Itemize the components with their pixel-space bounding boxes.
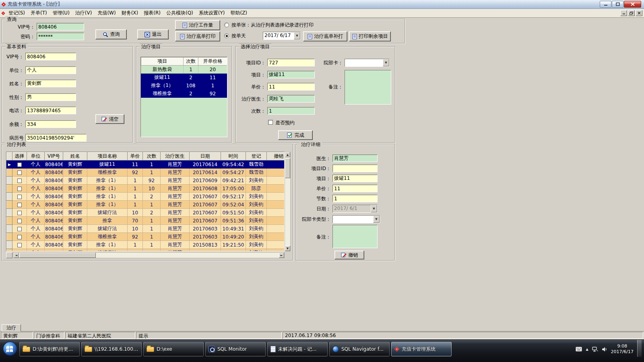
table-row[interactable]: 个人808406黄剑辉颈椎推拿921肖慧芳2017060310:49:20刘美钧 bbox=[7, 233, 285, 241]
mdi-minimize-button[interactable] bbox=[620, 10, 627, 16]
input-indicator-icon[interactable] bbox=[576, 347, 582, 352]
table-row[interactable]: 个人808406黄剑辉推拿（1）11肖慧芳2017060709:52:04刘美钧 bbox=[7, 201, 285, 209]
table-row[interactable]: 个人808406黄剑辉颈椎推拿921肖慧芳2017061409:54:27魏雪劲 bbox=[7, 169, 285, 177]
scroll-up-icon[interactable]: ▲ bbox=[285, 152, 290, 157]
menu-item[interactable]: 系统设置(Y) bbox=[196, 9, 228, 17]
vertical-scrollbar[interactable]: ▲ ▼ bbox=[285, 152, 291, 251]
medical-record-field[interactable] bbox=[25, 134, 87, 142]
balance-field[interactable] bbox=[25, 120, 76, 128]
menu-item[interactable]: 财务(X) bbox=[119, 9, 141, 17]
row-checkbox[interactable] bbox=[17, 179, 22, 183]
reserve-checkbox[interactable] bbox=[268, 120, 273, 125]
minimize-button[interactable] bbox=[600, 1, 611, 8]
count-input[interactable] bbox=[267, 107, 315, 115]
phone-field[interactable] bbox=[25, 107, 76, 114]
table-row[interactable]: 个人808406黄剑辉推拿701肖慧芳2017060709:51:36刘美钧 bbox=[7, 217, 285, 225]
row-checkbox[interactable] bbox=[17, 251, 22, 252]
mdi-close-button[interactable] bbox=[636, 10, 642, 16]
start-button[interactable] bbox=[2, 341, 18, 356]
row-checkbox[interactable] bbox=[17, 235, 22, 239]
taskbar-item[interactable]: D:\exe bbox=[143, 342, 204, 356]
search-button[interactable]: 查询 bbox=[95, 29, 127, 39]
print-remaining-button[interactable]: 打印剩余项目 bbox=[349, 31, 391, 41]
row-checkbox[interactable] bbox=[17, 162, 22, 167]
detail-price-input[interactable] bbox=[332, 185, 378, 192]
column-header[interactable]: 登记 bbox=[246, 152, 267, 160]
vip-field[interactable] bbox=[25, 53, 76, 60]
revoke-button[interactable]: 撤销 bbox=[334, 251, 364, 259]
scrollbar-thumb[interactable] bbox=[19, 253, 96, 258]
treatment-item-row[interactable]: 推拿（1）1081 bbox=[141, 82, 227, 90]
table-row[interactable]: ▶个人808406黄剑辉拔罐11111肖慧芳2017061409:54:42魏雪… bbox=[7, 160, 285, 169]
detail-date-combobox[interactable]: 2017/ 6/1 ▼ bbox=[332, 205, 378, 213]
item-id-input[interactable] bbox=[267, 59, 315, 66]
menu-item[interactable]: 充值(W) bbox=[95, 9, 118, 17]
row-checkbox[interactable] bbox=[17, 171, 22, 175]
taskbar-item[interactable]: D:\b黄剑辉\待更... bbox=[19, 342, 80, 356]
exit-button[interactable]: 退出 bbox=[137, 29, 169, 39]
query-vip-input[interactable] bbox=[37, 23, 84, 31]
column-header[interactable]: 次数 bbox=[143, 152, 161, 160]
column-header[interactable]: VIP号 bbox=[45, 152, 63, 160]
taskbar-item[interactable]: \\192.168.6.100\... bbox=[81, 342, 142, 356]
network-icon[interactable] bbox=[592, 347, 598, 352]
print-slip-button[interactable]: 治疗底单打印 bbox=[175, 31, 220, 41]
column-header[interactable]: 撤销 bbox=[267, 152, 285, 160]
finish-button[interactable]: 完成 bbox=[278, 130, 313, 140]
row-checkbox[interactable] bbox=[17, 219, 22, 223]
taskbar-item[interactable]: 充值卡管理系统 bbox=[391, 342, 452, 356]
mdi-restore-button[interactable] bbox=[628, 10, 635, 16]
tray-expand-icon[interactable]: ▲ bbox=[586, 348, 588, 351]
item-input[interactable] bbox=[267, 71, 315, 78]
menu-item[interactable]: 公共模块(Q) bbox=[163, 9, 196, 17]
menu-item[interactable]: 治疗(V) bbox=[72, 9, 95, 17]
row-checkbox[interactable] bbox=[17, 187, 22, 191]
chevron-down-icon[interactable]: ▼ bbox=[294, 32, 300, 39]
scrollbar-thumb[interactable] bbox=[285, 158, 290, 178]
scroll-left-icon[interactable]: ◄ bbox=[14, 253, 19, 258]
taskbar-item[interactable]: 未解决问题 - 记... bbox=[267, 342, 328, 356]
menu-item[interactable]: 报表(R) bbox=[141, 9, 163, 17]
clear-button[interactable]: 清空 bbox=[95, 114, 124, 124]
doctor-input[interactable] bbox=[267, 95, 315, 103]
reprint-button[interactable]: 治疗底单补打 bbox=[303, 31, 347, 41]
hospital-card-combobox[interactable]: ▼ bbox=[345, 59, 390, 67]
chevron-down-icon[interactable]: ▼ bbox=[373, 216, 380, 223]
row-checkbox[interactable] bbox=[17, 195, 22, 199]
date-combobox[interactable]: 2017/ 6/17 ▼ bbox=[263, 32, 301, 40]
by-sheet-radio[interactable] bbox=[224, 23, 229, 27]
query-password-input[interactable] bbox=[37, 33, 84, 40]
column-header[interactable]: 单价 bbox=[128, 152, 143, 160]
detail-remark-textarea[interactable] bbox=[332, 225, 378, 248]
column-header[interactable]: 姓名 bbox=[63, 152, 87, 160]
table-row[interactable]: 个人808406黄剑辉拔罐疗法101肖慧芳2017060310:49:31刘美钧 bbox=[7, 225, 285, 233]
taskbar-item[interactable]: SQL Navigator f... bbox=[329, 342, 390, 356]
row-checkbox[interactable] bbox=[17, 211, 22, 215]
detail-doctor-input[interactable] bbox=[332, 154, 378, 162]
treatment-item-row[interactable]: 拔罐11211 bbox=[141, 74, 227, 82]
horizontal-scrollbar[interactable]: ◄ ► bbox=[13, 252, 285, 258]
by-day-radio[interactable] bbox=[224, 33, 229, 38]
card-type-combobox[interactable]: ▼ bbox=[332, 215, 380, 223]
treatment-item-row[interactable]: 颈椎推拿292 bbox=[141, 90, 227, 98]
table-row[interactable]: 个人808406黄剑辉推拿（1）192肖慧芳2017060909:42:21刘美… bbox=[7, 177, 285, 185]
column-header[interactable]: 时间 bbox=[221, 152, 246, 160]
table-row[interactable]: 个人808406黄剑辉拔罐疗法102肖慧芳2017060709:51:50刘美钧 bbox=[7, 209, 285, 217]
table-row[interactable]: 个人808406黄剑辉推拿（1）11肖慧芳2015081319:21:50刘美钧 bbox=[7, 241, 285, 249]
column-header[interactable]: 选择 bbox=[12, 152, 27, 160]
detail-sessions-input[interactable] bbox=[332, 195, 378, 202]
volume-icon[interactable] bbox=[602, 347, 607, 352]
show-desktop-button[interactable] bbox=[637, 340, 642, 357]
column-header[interactable]: 日期 bbox=[190, 152, 221, 160]
workload-button[interactable]: 治疗工作量 bbox=[175, 20, 220, 30]
name-field[interactable] bbox=[25, 80, 76, 87]
column-header[interactable]: 单位 bbox=[27, 152, 45, 160]
chevron-down-icon[interactable]: ▼ bbox=[371, 205, 377, 212]
table-row[interactable]: 个人808406黄剑辉推拿（1）110肖慧芳2017060817:05:00陈彦 bbox=[7, 185, 285, 193]
remark-textarea[interactable] bbox=[345, 70, 391, 105]
row-checkbox[interactable] bbox=[17, 227, 22, 231]
chevron-down-icon[interactable]: ▼ bbox=[383, 59, 389, 66]
detail-item-id-input[interactable] bbox=[332, 165, 378, 172]
detail-item-input[interactable] bbox=[332, 175, 378, 182]
table-row[interactable]: 个人808406黄剑辉推拿（1）12肖慧芳2017060709:52:17刘美钧 bbox=[7, 193, 285, 201]
